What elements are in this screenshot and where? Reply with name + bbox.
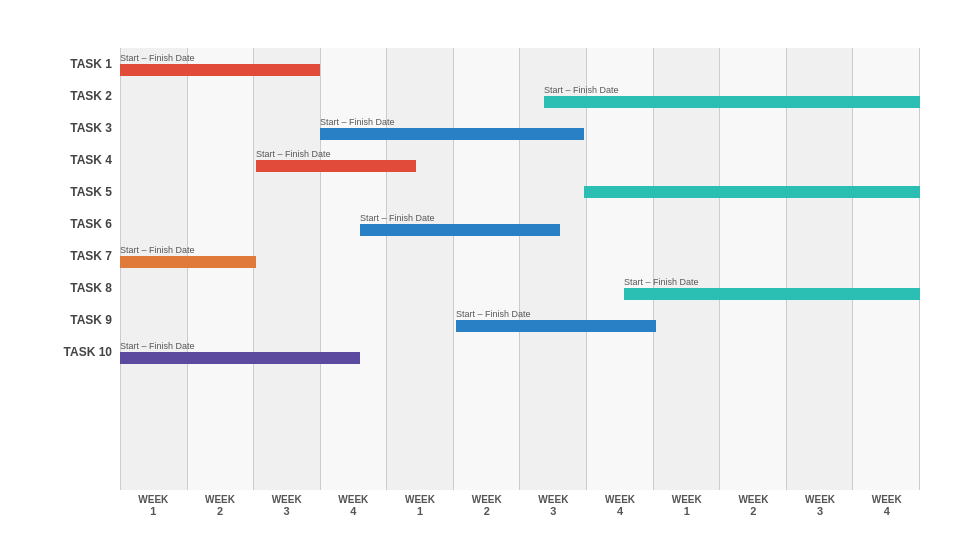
bar-wrapper: Start – Finish Date bbox=[320, 117, 584, 140]
week-number: 4 bbox=[884, 505, 890, 517]
bar-wrapper bbox=[584, 186, 920, 198]
week-cell: WEEK1 bbox=[653, 490, 720, 520]
task-label: TASK 1 bbox=[40, 57, 120, 71]
task-label: TASK 3 bbox=[40, 121, 120, 135]
week-label: WEEK bbox=[138, 494, 168, 505]
gantt-bar bbox=[120, 352, 360, 364]
gantt-bar bbox=[120, 64, 320, 76]
gantt-row: TASK 3Start – Finish Date bbox=[40, 112, 920, 144]
gantt-container: TASK 1Start – Finish DateTASK 2Start – F… bbox=[40, 48, 920, 520]
bar-wrapper: Start – Finish Date bbox=[544, 85, 920, 108]
gantt-row: TASK 6Start – Finish Date bbox=[40, 208, 920, 240]
gantt-row: TASK 9Start – Finish Date bbox=[40, 304, 920, 336]
week-label: WEEK bbox=[538, 494, 568, 505]
gantt-row: TASK 1Start – Finish Date bbox=[40, 48, 920, 80]
task-label: TASK 2 bbox=[40, 89, 120, 103]
week-cell: WEEK4 bbox=[320, 490, 387, 520]
bar-area: Start – Finish Date bbox=[120, 48, 920, 80]
week-cell: WEEK1 bbox=[387, 490, 454, 520]
week-label: WEEK bbox=[738, 494, 768, 505]
gantt-row: TASK 10Start – Finish Date bbox=[40, 336, 920, 368]
bar-wrapper: Start – Finish Date bbox=[624, 277, 920, 300]
week-cell: WEEK2 bbox=[187, 490, 254, 520]
week-cell: WEEK4 bbox=[587, 490, 654, 520]
bar-wrapper: Start – Finish Date bbox=[120, 53, 320, 76]
week-number: 1 bbox=[150, 505, 156, 517]
week-label: WEEK bbox=[205, 494, 235, 505]
bar-area bbox=[120, 176, 920, 208]
gantt-bar bbox=[360, 224, 560, 236]
week-label: WEEK bbox=[805, 494, 835, 505]
week-number: 2 bbox=[484, 505, 490, 517]
gantt-row: TASK 8Start – Finish Date bbox=[40, 272, 920, 304]
gantt-bar bbox=[456, 320, 656, 332]
page: TASK 1Start – Finish DateTASK 2Start – F… bbox=[0, 0, 960, 540]
chart-area: TASK 1Start – Finish DateTASK 2Start – F… bbox=[40, 48, 920, 520]
gantt-row: TASK 7Start – Finish Date bbox=[40, 240, 920, 272]
week-number: 2 bbox=[217, 505, 223, 517]
gantt-row: TASK 2Start – Finish Date bbox=[40, 80, 920, 112]
task-label: TASK 9 bbox=[40, 313, 120, 327]
week-label: WEEK bbox=[672, 494, 702, 505]
gantt-row: TASK 4Start – Finish Date bbox=[40, 144, 920, 176]
gantt-bar bbox=[584, 186, 920, 198]
bar-date-label: Start – Finish Date bbox=[456, 309, 656, 319]
task-label: TASK 8 bbox=[40, 281, 120, 295]
week-number: 1 bbox=[684, 505, 690, 517]
gantt-bar bbox=[544, 96, 920, 108]
gantt-bar bbox=[120, 256, 256, 268]
week-cell: WEEK1 bbox=[120, 490, 187, 520]
week-label: WEEK bbox=[272, 494, 302, 505]
gantt-bar bbox=[256, 160, 416, 172]
bar-date-label: Start – Finish Date bbox=[120, 341, 360, 351]
week-cell: WEEK3 bbox=[253, 490, 320, 520]
bar-date-label: Start – Finish Date bbox=[360, 213, 560, 223]
week-number: 3 bbox=[284, 505, 290, 517]
week-cell: WEEK2 bbox=[720, 490, 787, 520]
bar-area: Start – Finish Date bbox=[120, 208, 920, 240]
week-label: WEEK bbox=[605, 494, 635, 505]
week-label: WEEK bbox=[405, 494, 435, 505]
task-label: TASK 7 bbox=[40, 249, 120, 263]
bar-area: Start – Finish Date bbox=[120, 112, 920, 144]
week-number: 3 bbox=[550, 505, 556, 517]
week-label: WEEK bbox=[338, 494, 368, 505]
bar-area: Start – Finish Date bbox=[120, 304, 920, 336]
week-axis: WEEK1WEEK2WEEK3WEEK4WEEK1WEEK2WEEK3WEEK4… bbox=[120, 490, 920, 520]
gantt-bar bbox=[320, 128, 584, 140]
week-label: WEEK bbox=[872, 494, 902, 505]
week-number: 4 bbox=[617, 505, 623, 517]
bar-area: Start – Finish Date bbox=[120, 80, 920, 112]
bar-area: Start – Finish Date bbox=[120, 272, 920, 304]
gantt-rows: TASK 1Start – Finish DateTASK 2Start – F… bbox=[40, 48, 920, 490]
task-label: TASK 5 bbox=[40, 185, 120, 199]
bar-date-label: Start – Finish Date bbox=[120, 53, 320, 63]
week-number: 4 bbox=[350, 505, 356, 517]
task-label: TASK 10 bbox=[40, 345, 120, 359]
week-number: 3 bbox=[817, 505, 823, 517]
bar-date-label: Start – Finish Date bbox=[120, 245, 256, 255]
week-number: 1 bbox=[417, 505, 423, 517]
gantt-row: TASK 5 bbox=[40, 176, 920, 208]
task-label: TASK 4 bbox=[40, 153, 120, 167]
bar-wrapper: Start – Finish Date bbox=[120, 245, 256, 268]
bar-area: Start – Finish Date bbox=[120, 240, 920, 272]
bar-date-label: Start – Finish Date bbox=[320, 117, 584, 127]
week-cell: WEEK3 bbox=[520, 490, 587, 520]
bar-date-label: Start – Finish Date bbox=[624, 277, 920, 287]
week-cell: WEEK2 bbox=[453, 490, 520, 520]
week-number: 2 bbox=[750, 505, 756, 517]
bar-wrapper: Start – Finish Date bbox=[456, 309, 656, 332]
task-label: TASK 6 bbox=[40, 217, 120, 231]
week-cell: WEEK4 bbox=[853, 490, 920, 520]
bar-area: Start – Finish Date bbox=[120, 336, 920, 368]
bar-wrapper: Start – Finish Date bbox=[256, 149, 416, 172]
bar-wrapper: Start – Finish Date bbox=[360, 213, 560, 236]
gantt-bar bbox=[624, 288, 920, 300]
bar-area: Start – Finish Date bbox=[120, 144, 920, 176]
bar-date-label: Start – Finish Date bbox=[256, 149, 416, 159]
week-cell: WEEK3 bbox=[787, 490, 854, 520]
week-label: WEEK bbox=[472, 494, 502, 505]
bar-wrapper: Start – Finish Date bbox=[120, 341, 360, 364]
bar-date-label: Start – Finish Date bbox=[544, 85, 920, 95]
